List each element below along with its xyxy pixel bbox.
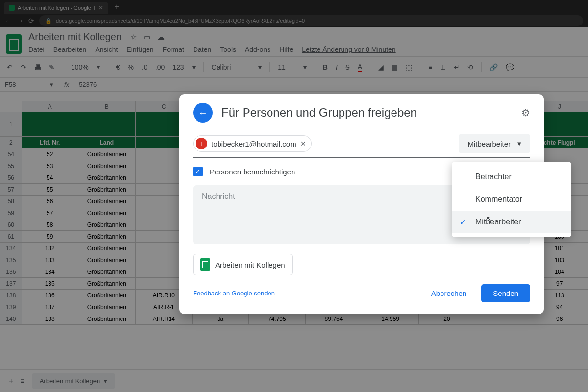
notify-label: Personen benachrichtigen <box>210 168 295 176</box>
message-placeholder: Nachricht <box>202 192 235 200</box>
recipient-email: tobibecker1@hotmail.com <box>211 140 296 148</box>
remove-chip-icon[interactable]: ✕ <box>300 140 306 147</box>
check-icon: ✓ <box>460 218 466 227</box>
role-option-viewer[interactable]: Betrachter <box>452 166 571 188</box>
role-option-commenter[interactable]: Kommentator <box>452 188 571 211</box>
cursor-icon: ↖ <box>486 215 492 222</box>
role-option-editor[interactable]: ✓ Mitbearbeiter ↖ <box>452 211 571 233</box>
cancel-button[interactable]: Abbrechen <box>422 284 476 302</box>
role-dropdown-button[interactable]: Mitbearbeiter ▾ <box>459 134 530 153</box>
role-label: Mitbearbeiter <box>467 140 511 148</box>
gear-icon[interactable]: ⚙ <box>521 107 530 119</box>
back-button[interactable]: ← <box>193 103 213 122</box>
share-dialog: ← Für Personen und Gruppen freigeben ⚙ t… <box>179 94 544 314</box>
attachment-name: Arbeiten mit Kollegen <box>215 261 285 269</box>
dialog-title: Für Personen und Gruppen freigeben <box>221 106 513 120</box>
role-dropdown-menu: Betrachter Kommentator ✓ Mitbearbeiter ↖ <box>452 162 571 237</box>
recipient-chip[interactable]: t tobibecker1@hotmail.com ✕ <box>193 135 312 152</box>
feedback-link[interactable]: Feedback an Google senden <box>193 290 275 297</box>
sheets-icon <box>200 258 210 271</box>
chevron-down-icon: ▾ <box>517 139 521 148</box>
send-button[interactable]: Senden <box>481 284 530 302</box>
notify-checkbox[interactable]: ✓ <box>193 167 203 176</box>
attachment-chip: Arbeiten mit Kollegen <box>193 254 293 275</box>
avatar: t <box>196 138 207 149</box>
